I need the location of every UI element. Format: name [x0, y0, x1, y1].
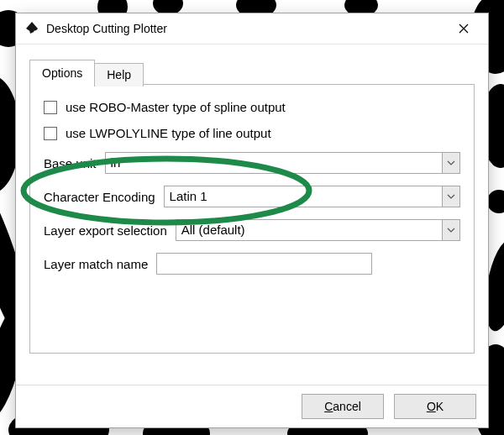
- select-layer-export-value: All (default): [176, 220, 442, 240]
- label-robo-master: use ROBO-Master type of spline output: [66, 100, 286, 114]
- tab-options-page: use ROBO-Master type of spline output us…: [29, 85, 475, 354]
- select-layer-export[interactable]: All (default): [176, 219, 460, 241]
- label-layer-match: Layer match name: [44, 257, 148, 271]
- chevron-down-icon: [442, 220, 459, 240]
- checkbox-lwpolyline[interactable]: [44, 127, 57, 140]
- row-layer-export: Layer export selection All (default): [44, 219, 460, 241]
- tabstrip: Options Help: [29, 56, 475, 85]
- input-layer-match[interactable]: [156, 253, 372, 275]
- dialog-window: Desktop Cutting Plotter Options Help use…: [15, 13, 489, 428]
- close-button[interactable]: [446, 16, 481, 41]
- cancel-text: ancel: [333, 400, 360, 413]
- label-character-encoding: Character Encoding: [44, 190, 155, 204]
- ok-text: K: [436, 400, 444, 413]
- label-layer-export: Layer export selection: [44, 223, 167, 238]
- select-character-encoding[interactable]: Latin 1: [164, 186, 460, 207]
- buttonbar: Cancel OK: [16, 385, 488, 427]
- row-base-unit: Base unit in: [44, 152, 460, 174]
- cancel-button[interactable]: Cancel: [302, 394, 384, 419]
- select-base-unit-value: in: [106, 153, 442, 173]
- chevron-down-icon: [442, 186, 459, 207]
- titlebar: Desktop Cutting Plotter: [16, 13, 488, 45]
- ok-button[interactable]: OK: [394, 394, 476, 419]
- inkscape-icon: [24, 21, 39, 36]
- window-title: Desktop Cutting Plotter: [46, 22, 446, 35]
- select-base-unit[interactable]: in: [105, 152, 460, 174]
- select-character-encoding-value: Latin 1: [165, 186, 442, 207]
- chevron-down-icon: [442, 153, 459, 173]
- checkbox-robo-master[interactable]: [44, 101, 57, 114]
- tab-help[interactable]: Help: [94, 63, 144, 86]
- svg-point-6: [487, 190, 504, 213]
- row-character-encoding: Character Encoding Latin 1: [44, 186, 460, 207]
- row-layer-match: Layer match name: [44, 253, 460, 275]
- row-lwpolyline: use LWPOLYLINE type of line output: [44, 126, 460, 140]
- label-base-unit: Base unit: [44, 156, 97, 170]
- dialog-client: Options Help use ROBO-Master type of spl…: [16, 45, 488, 385]
- ok-mnemonic: O: [427, 400, 436, 413]
- row-robo-master: use ROBO-Master type of spline output: [44, 100, 460, 114]
- label-lwpolyline: use LWPOLYLINE type of line output: [66, 126, 271, 140]
- tab-options[interactable]: Options: [29, 60, 95, 85]
- cancel-mnemonic: C: [324, 400, 333, 413]
